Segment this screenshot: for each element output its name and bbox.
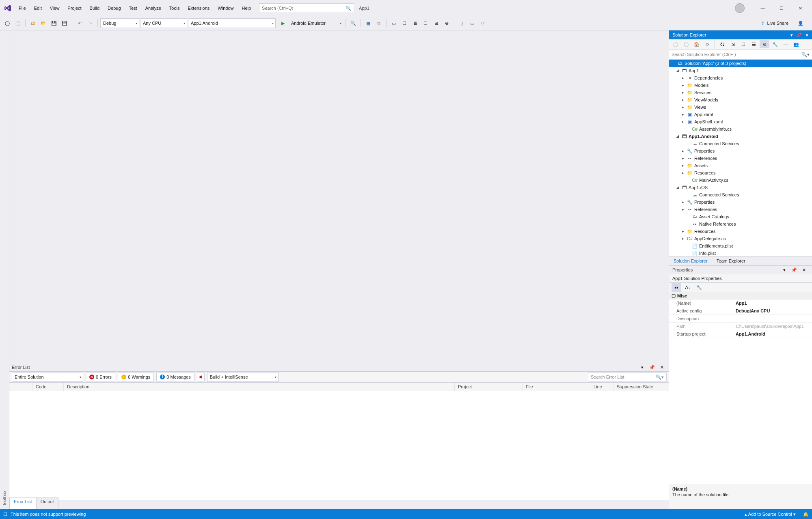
- save-all-button[interactable]: 💾: [60, 19, 69, 28]
- device-tv-icon[interactable]: ⊞: [431, 19, 441, 28]
- device-desktop-icon[interactable]: 🖥: [410, 19, 420, 28]
- panel-close-button[interactable]: ✕: [799, 265, 809, 274]
- project-app1-ios[interactable]: ◢🗔App1.iOS: [669, 184, 812, 191]
- se-refresh-button[interactable]: 🗘: [717, 40, 727, 48]
- node-references-ios[interactable]: ▸▪▪References: [669, 206, 812, 213]
- open-file-button[interactable]: 📂: [39, 19, 48, 28]
- prop-row-name[interactable]: (Name)App1: [669, 299, 812, 307]
- prop-categorized-button[interactable]: ☷: [672, 283, 681, 292]
- source-control-button[interactable]: ▴ Add to Source Control ▾: [745, 512, 796, 517]
- live-share-button[interactable]: Live Share: [767, 21, 788, 26]
- col-project[interactable]: Project: [455, 383, 523, 391]
- menu-window[interactable]: Window: [214, 4, 238, 12]
- panel-close-button[interactable]: ✕: [657, 363, 667, 372]
- quick-launch-search[interactable]: Search (Ctrl+Q) 🔍: [259, 3, 354, 13]
- se-properties-button[interactable]: 🔧: [770, 40, 780, 48]
- menu-tools[interactable]: Tools: [165, 4, 184, 12]
- notifications-button[interactable]: 🔔: [803, 512, 809, 517]
- node-appshell-xaml[interactable]: ▸▣AppShell.xaml: [669, 118, 812, 125]
- tab-error-list[interactable]: Error List: [9, 497, 37, 509]
- node-services[interactable]: ▸📁Services: [669, 89, 812, 96]
- feedback-button[interactable]: 👤: [796, 19, 806, 28]
- prop-row-path[interactable]: PathC:\Users\pauld\source\repos\App1: [669, 323, 812, 330]
- se-fwd-button[interactable]: ◯: [681, 40, 691, 48]
- clear-filters-button[interactable]: ✖: [197, 373, 205, 381]
- menu-help[interactable]: Help: [238, 4, 255, 12]
- node-dependencies[interactable]: ▸⚭Dependencies: [669, 74, 812, 82]
- prop-pages-button[interactable]: 🔧: [694, 283, 704, 292]
- node-resources-android[interactable]: ▸📁Resources: [669, 169, 812, 177]
- window-minimize-button[interactable]: —: [754, 2, 772, 14]
- error-scope-combo[interactable]: Entire Solution▾: [12, 372, 83, 382]
- node-assets[interactable]: ▸📁Assets: [669, 162, 812, 169]
- solution-tree[interactable]: 🗂Solution 'App1' (3 of 3 projects) ◢🗔App…: [669, 60, 812, 256]
- debug-target-combo[interactable]: Android Emulator▾: [289, 19, 343, 28]
- build-source-combo[interactable]: Build + IntelliSense▾: [207, 372, 279, 382]
- node-connected-services[interactable]: ☁Connected Services: [669, 140, 812, 147]
- col-suppression[interactable]: Suppression State: [613, 383, 669, 391]
- node-native-refs[interactable]: ▪▪Native References: [669, 220, 812, 228]
- node-assemblyinfo[interactable]: C#AssemblyInfo.cs: [669, 125, 812, 133]
- errors-filter-toggle[interactable]: ✕0 Errors: [86, 373, 115, 381]
- se-collapse-button[interactable]: ⇲: [728, 40, 738, 48]
- se-view-code-button[interactable]: ⊚: [760, 40, 769, 48]
- error-list-search[interactable]: Search Error List 🔍▾: [588, 373, 667, 381]
- se-back-button[interactable]: ◯: [671, 40, 680, 48]
- panel-close-icon[interactable]: ✕: [805, 32, 809, 38]
- col-description[interactable]: Description: [64, 383, 455, 391]
- menu-extensions[interactable]: Extensions: [184, 4, 214, 12]
- se-filter-button[interactable]: —: [781, 40, 790, 48]
- messages-filter-toggle[interactable]: i0 Messages: [156, 373, 194, 381]
- menu-project[interactable]: Project: [63, 4, 85, 12]
- node-views[interactable]: ▸📁Views: [669, 103, 812, 111]
- prop-row-active-config[interactable]: Active configDebug|Any CPU: [669, 307, 812, 315]
- node-asset-catalogs[interactable]: 🗂Asset Catalogs: [669, 213, 812, 220]
- node-properties-android[interactable]: ▸🔧Properties: [669, 147, 812, 155]
- grid-button[interactable]: ▦: [363, 19, 373, 28]
- solution-explorer-title[interactable]: Solution Explorer ▾ 📌 ✕: [669, 30, 812, 39]
- se-showall-button[interactable]: ☐: [739, 40, 748, 48]
- save-button[interactable]: 💾: [49, 19, 59, 28]
- node-viewmodels[interactable]: ▸📁ViewModels: [669, 96, 812, 103]
- orient-portrait-icon[interactable]: ▯: [457, 19, 466, 28]
- account-avatar-icon[interactable]: [735, 3, 745, 13]
- prop-row-startup[interactable]: Startup projectApp1.Android: [669, 330, 812, 338]
- prop-alpha-button[interactable]: A↓: [683, 283, 693, 292]
- device-phone-icon[interactable]: ▭: [389, 19, 399, 28]
- panel-pin-button[interactable]: 📌: [789, 265, 799, 274]
- redo-button[interactable]: ↷: [85, 19, 95, 28]
- start-debug-button[interactable]: ▶: [278, 19, 288, 28]
- col-code[interactable]: Code: [32, 383, 64, 391]
- node-references-android[interactable]: ▸▪▪References: [669, 155, 812, 162]
- menu-file[interactable]: File: [15, 4, 30, 12]
- col-file[interactable]: File: [523, 383, 590, 391]
- node-info-plist[interactable]: 📄Info.plist: [669, 250, 812, 256]
- window-close-button[interactable]: ✕: [791, 2, 810, 14]
- solution-explorer-search[interactable]: Search Solution Explorer (Ctrl+;) 🔍▾: [669, 50, 812, 60]
- node-connected-services-ios[interactable]: ☁Connected Services: [669, 191, 812, 198]
- orient-free-icon[interactable]: ⟳: [478, 19, 488, 28]
- panel-menu-icon[interactable]: ▾: [790, 32, 793, 38]
- startup-project-combo[interactable]: App1.Android▾: [188, 18, 276, 28]
- project-app1[interactable]: ◢🗔App1: [669, 67, 812, 74]
- solution-config-combo[interactable]: Debug▾: [100, 18, 139, 28]
- panel-pin-button[interactable]: 📌: [647, 363, 657, 372]
- find-in-files-button[interactable]: 🔍: [348, 19, 358, 28]
- menu-edit[interactable]: Edit: [30, 4, 46, 12]
- window-position-button[interactable]: ▾: [637, 363, 647, 372]
- align-button[interactable]: ⧉: [374, 19, 384, 28]
- properties-subject[interactable]: App1 Solution Properties: [669, 274, 812, 283]
- menu-analyze[interactable]: Analyze: [141, 4, 165, 12]
- new-project-button[interactable]: 🗂: [28, 19, 38, 28]
- se-home-button[interactable]: 🏠: [692, 40, 702, 48]
- nav-fwd-button[interactable]: ◯: [13, 19, 23, 28]
- device-hub-icon[interactable]: ⊕: [442, 19, 451, 28]
- warnings-filter-toggle[interactable]: !0 Warnings: [118, 373, 154, 381]
- tab-team-explorer[interactable]: Team Explorer: [712, 257, 750, 265]
- panel-pin-icon[interactable]: 📌: [796, 32, 802, 38]
- toolbox-tab[interactable]: Toolbox: [1, 34, 8, 509]
- nav-back-button[interactable]: ◯: [2, 19, 12, 28]
- se-preview-button[interactable]: ☰: [749, 40, 759, 48]
- node-app-xaml[interactable]: ▸▣App.xaml: [669, 111, 812, 118]
- menu-build[interactable]: Build: [86, 4, 104, 12]
